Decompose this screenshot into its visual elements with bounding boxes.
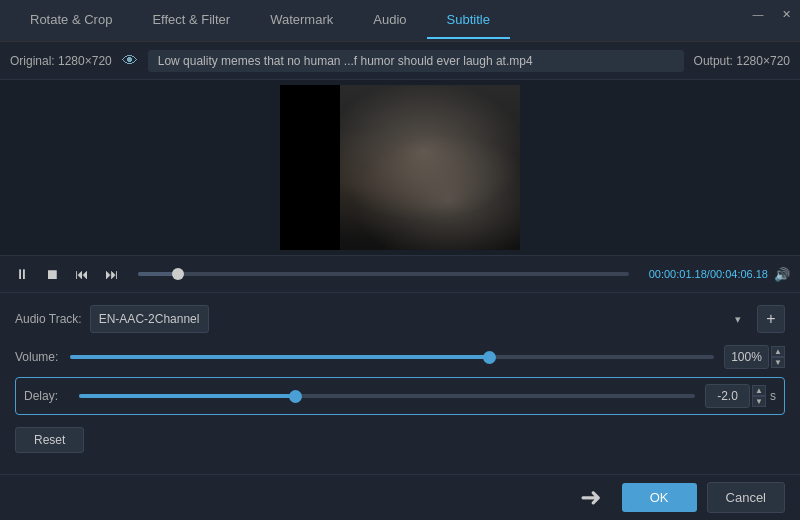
volume-slider-track: [70, 355, 714, 359]
time-display: 00:00:01.18/00:04:06.18: [649, 268, 768, 280]
next-button[interactable]: ⏭: [100, 262, 124, 286]
stop-button[interactable]: ⏹: [40, 262, 64, 286]
eye-icon[interactable]: 👁: [122, 52, 138, 70]
audio-track-select-wrapper: EN-AAC-2Channel: [90, 305, 749, 333]
output-resolution: Output: 1280×720: [694, 54, 790, 68]
add-track-button[interactable]: +: [757, 305, 785, 333]
transport-bar: ⏸ ⏹ ⏮ ⏭ 00:00:01.18/00:04:06.18 🔊: [0, 255, 800, 293]
audio-panel: Audio Track: EN-AAC-2Channel + Volume: 1…: [0, 293, 800, 465]
delay-down-button[interactable]: ▼: [752, 396, 766, 407]
delay-row-wrapper: Delay: -2.0 ▲ ▼ s: [15, 377, 785, 415]
tab-audio[interactable]: Audio: [353, 2, 426, 39]
tab-rotate-crop[interactable]: Rotate & Crop: [10, 2, 132, 39]
volume-slider-fill: [70, 355, 489, 359]
volume-value: 100%: [724, 345, 769, 369]
volume-slider-thumb[interactable]: [483, 351, 496, 364]
original-resolution: Original: 1280×720: [10, 54, 112, 68]
delay-slider-fill: [79, 394, 295, 398]
preview-area: [0, 80, 800, 255]
close-button[interactable]: ✕: [772, 0, 800, 28]
video-frame: [280, 85, 520, 250]
tab-subtitle[interactable]: Subtitle: [427, 2, 510, 39]
volume-slider-container[interactable]: [70, 347, 714, 367]
volume-value-box: 100% ▲ ▼: [724, 345, 785, 369]
volume-row: Volume: 100% ▲ ▼: [15, 345, 785, 369]
delay-slider-thumb[interactable]: [289, 390, 302, 403]
minimize-button[interactable]: —: [744, 0, 772, 28]
ok-button[interactable]: OK: [622, 483, 697, 512]
audio-track-row: Audio Track: EN-AAC-2Channel +: [15, 305, 785, 333]
bottom-bar: ➜ OK Cancel: [0, 474, 800, 520]
delay-slider-track: [79, 394, 695, 398]
volume-down-button[interactable]: ▼: [771, 357, 785, 368]
volume-spinners: ▲ ▼: [771, 346, 785, 368]
tab-bar: Rotate & Crop Effect & Filter Watermark …: [0, 0, 800, 42]
delay-slider-container[interactable]: [79, 386, 695, 406]
delay-label: Delay:: [24, 389, 79, 403]
delay-value: -2.0: [705, 384, 750, 408]
delay-unit: s: [770, 389, 776, 403]
arrow-icon: ➜: [580, 482, 602, 513]
prev-button[interactable]: ⏮: [70, 262, 94, 286]
tab-watermark[interactable]: Watermark: [250, 2, 353, 39]
delay-row: Delay: -2.0 ▲ ▼ s: [24, 384, 776, 408]
progress-bar[interactable]: [138, 272, 629, 276]
cancel-button[interactable]: Cancel: [707, 482, 785, 513]
audio-track-select[interactable]: EN-AAC-2Channel: [90, 305, 209, 333]
audio-track-label: Audio Track:: [15, 312, 82, 326]
delay-value-box: -2.0 ▲ ▼ s: [705, 384, 776, 408]
delay-up-button[interactable]: ▲: [752, 385, 766, 396]
tab-effect-filter[interactable]: Effect & Filter: [132, 2, 250, 39]
delay-spinners: ▲ ▼: [752, 385, 766, 407]
filename-display: Low quality memes that no human ...f hum…: [148, 50, 684, 72]
volume-up-button[interactable]: ▲: [771, 346, 785, 357]
pause-button[interactable]: ⏸: [10, 262, 34, 286]
reset-button[interactable]: Reset: [15, 427, 84, 453]
info-bar: Original: 1280×720 👁 Low quality memes t…: [0, 42, 800, 80]
volume-icon[interactable]: 🔊: [774, 267, 790, 282]
volume-label: Volume:: [15, 350, 70, 364]
